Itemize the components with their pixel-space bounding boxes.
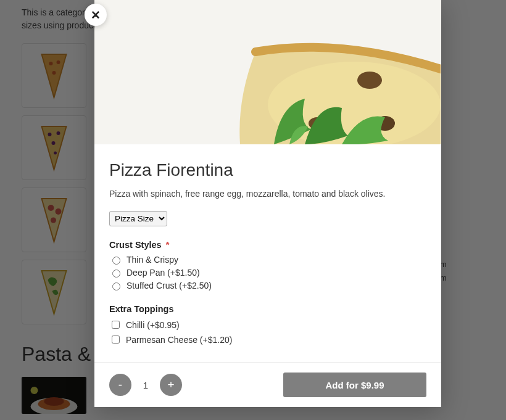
extra-toppings-heading: Extra Toppings [109, 304, 426, 314]
crust-radio-deep-pan[interactable] [112, 270, 120, 278]
close-icon: ✕ [91, 8, 101, 22]
add-to-cart-button[interactable]: Add for $9.99 [283, 373, 426, 397]
required-marker: * [166, 240, 170, 250]
product-modal: ✕ Pizza Fiorentina Pizza with spinach, f… [94, 0, 441, 407]
crust-option-deep-pan[interactable]: Deep Pan (+$1.50) [109, 268, 426, 278]
pizza-size-select[interactable]: Pizza Size [109, 211, 167, 226]
pizza-fiorentina-icon [95, 0, 441, 144]
crust-option-label: Deep Pan (+$1.50) [126, 268, 200, 278]
product-description: Pizza with spinach, free range egg, mozz… [109, 189, 426, 199]
crust-heading-label: Crust Styles [109, 240, 162, 250]
product-title: Pizza Fiorentina [109, 160, 426, 180]
quantity-value: 1 [131, 380, 160, 390]
svg-point-17 [357, 72, 382, 89]
crust-option-label: Stuffed Crust (+$2.50) [126, 281, 212, 290]
topping-option-label: Parmesan Cheese (+$1.20) [126, 335, 232, 345]
plus-icon: + [167, 378, 174, 392]
quantity-decrease-button[interactable]: - [109, 374, 131, 396]
modal-footer: - 1 + Add for $9.99 [94, 362, 441, 407]
topping-option-label: Chilli (+$0.95) [126, 320, 180, 330]
topping-checkbox-chilli[interactable] [112, 321, 120, 329]
close-button[interactable]: ✕ [85, 4, 107, 26]
quantity-increase-button[interactable]: + [160, 374, 182, 396]
topping-option-parmesan[interactable]: Parmesan Cheese (+$1.20) [109, 334, 426, 345]
crust-option-stuffed[interactable]: Stuffed Crust (+$2.50) [109, 281, 426, 290]
topping-checkbox-parmesan[interactable] [112, 336, 120, 344]
product-image [94, 0, 441, 144]
crust-option-label: Thin & Crispy [126, 255, 178, 265]
crust-option-thin[interactable]: Thin & Crispy [109, 255, 426, 265]
minus-icon: - [118, 378, 122, 392]
add-button-label: Add for $9.99 [325, 380, 384, 390]
quantity-stepper: - 1 + [109, 374, 182, 396]
crust-radio-stuffed[interactable] [112, 282, 120, 290]
crust-styles-heading: Crust Styles * [109, 240, 426, 250]
crust-radio-thin[interactable] [112, 257, 120, 265]
product-details: Pizza Fiorentina Pizza with spinach, fre… [94, 144, 441, 362]
topping-option-chilli[interactable]: Chilli (+$0.95) [109, 319, 426, 331]
